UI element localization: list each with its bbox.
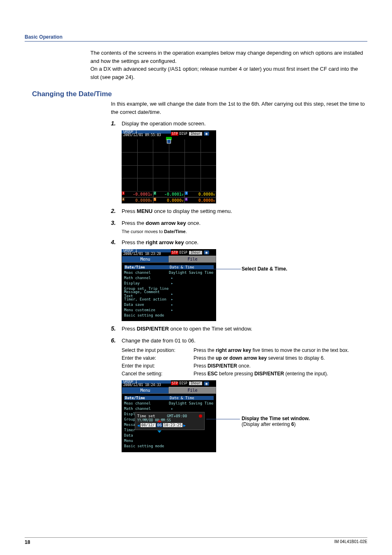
r1d2: five times to move the cursor in the tex… [251, 347, 349, 353]
m-dst[interactable]: Daylight Saving Time [169, 271, 214, 275]
date-pre: 08/12/ [141, 423, 156, 427]
r3-unit: V [213, 193, 215, 197]
m-message[interactable]: Message, Comment Text [124, 290, 169, 298]
step-5-num: 5. [111, 324, 122, 333]
day-field[interactable]: 06 [157, 423, 163, 427]
shot1-span: 1hour [189, 132, 202, 136]
inp-r3-label: Enter the input: [122, 362, 194, 370]
r6-val: 0.0000 [198, 198, 213, 203]
popup-title: Time set [137, 414, 155, 418]
m3-dst[interactable]: Daylight Saving Time [169, 401, 214, 405]
step-4: 4. Press the right arrow key once. [111, 238, 367, 247]
s3-npo: . [186, 229, 187, 234]
intro-p2: On a DX with advanced security (/AS1 opt… [90, 65, 367, 81]
s3-b: down arrow key [146, 220, 186, 226]
m3-data[interactable]: Data [124, 433, 169, 437]
shot3-datetime: 2008/12/01 10:24:33 [122, 384, 171, 387]
inp-r2-label: Enter the value: [122, 354, 194, 362]
r1b: right arrow key [216, 347, 251, 353]
callout-line [208, 269, 241, 269]
r4d1: Press [194, 371, 208, 377]
r1d1: Press the [194, 347, 216, 353]
s3-post: once. [186, 220, 201, 226]
m3-menu[interactable]: Menu [124, 439, 169, 443]
step-3-num: 3. [111, 219, 122, 227]
camera-icon: ◉ [204, 132, 209, 136]
r5-tag: 5 [154, 198, 156, 201]
tab-file[interactable]: File [169, 256, 216, 263]
m-data-save[interactable]: Data save [124, 303, 169, 307]
r4b2: DISP/ENTER [254, 371, 284, 377]
time-post: 10:23:25 [163, 423, 182, 427]
down-arrow-icлетsay= [157, 430, 161, 433]
section-lead: In this example, we will change the date… [111, 100, 367, 116]
up-arrow-icon[interactable] [157, 420, 161, 422]
chevron-right-icon: ▸ [171, 308, 173, 312]
intro-p1: The contents of the screens in the opera… [90, 49, 367, 65]
r4d2: before pressing [218, 371, 254, 377]
r6-tag: 6 [185, 198, 187, 201]
left-arrow-icon[interactable]: ◀ [137, 423, 140, 428]
camera-icon: ◉ [204, 250, 209, 254]
s4-post: once. [184, 239, 198, 245]
input-instruction-table: Select the input position:Press the righ… [122, 347, 367, 377]
m-date-and-time[interactable]: Date & Time [169, 265, 214, 269]
s5-pre: Press [122, 326, 137, 332]
r3d1: Press [194, 363, 208, 369]
m3-date-time[interactable]: Date/Time [124, 396, 169, 400]
r4-tag: 4 [122, 198, 125, 201]
s2-b: MENU [137, 208, 152, 214]
popup-format: YY/MM/DD HH:MM:SS [137, 419, 171, 422]
s3-nb: Date/Time [164, 229, 185, 234]
m-timer[interactable]: Timer, Event action [124, 297, 169, 301]
m-math[interactable]: Math channel [124, 276, 169, 280]
m3-meas[interactable]: Meas channel [124, 401, 169, 405]
r3-val: 0.0000 [198, 192, 213, 197]
step-6-num: 6. [111, 336, 122, 345]
step-4-num: 4. [111, 238, 122, 247]
inp-r1-label: Select the input position: [122, 347, 194, 354]
r2-unit: V [182, 193, 183, 197]
m3-date-and-time[interactable]: Date & Time [169, 396, 214, 400]
screenshot-2: GROUP 1 2008/12/01 10:23:20 STP DISP 1ho… [122, 249, 367, 321]
s3-np: The cursor moves to [122, 229, 164, 234]
r6-unit: V [213, 199, 215, 203]
step-2-text: Press MENU once to display the setting m… [122, 207, 367, 215]
shot1-datetime: 2005/12/01 09:55:03 [122, 134, 171, 137]
m3-basic[interactable]: Basic setting mode [124, 444, 169, 448]
step-6-text: Change the date from 01 to 06. [122, 337, 367, 345]
page-footer: 18 IM 04L41B01-02E [25, 537, 367, 545]
m-menu-cust[interactable]: Menu customize [124, 308, 169, 312]
tab-file[interactable]: File [169, 387, 216, 394]
m-date-time[interactable]: Date/Time [124, 265, 169, 269]
header-title: Basic Operation [25, 34, 62, 40]
r2b: up or down arrow key [216, 355, 267, 361]
r2d2: several times to display 6. [267, 355, 325, 361]
r2-val: -0.0001 [164, 192, 182, 197]
inp-r4-label: Cancel the setting: [122, 370, 194, 377]
screenshot-3: GROUP 1 2008/12/01 10:24:33 STP DISP 1ho… [122, 380, 367, 452]
shot3-badge: STP [171, 382, 178, 385]
m-display[interactable]: Display [124, 281, 169, 285]
recording-dot-icon [199, 414, 202, 418]
r4d3: (entering the input). [284, 371, 328, 377]
m3-math[interactable]: Math channel [124, 407, 169, 411]
tab-menu[interactable]: Menu [122, 256, 169, 263]
chevron-right-icon: ▸ [171, 407, 173, 411]
time-set-popup: Time setGMT+09:00 YY/MM/DD HH:MM:SS ◀ 08… [135, 412, 205, 430]
shot1-disp: DISP [179, 132, 187, 136]
r3-tag: 3 [185, 192, 187, 195]
s4-pre: Press the [122, 239, 146, 245]
right-arrow-icon[interactable]: ▶ [183, 423, 186, 428]
shot2-span: 1hour [189, 251, 202, 254]
c3a: Display the Time set window. [242, 416, 310, 421]
step-6: 6. Change the date from 01 to 06. Select… [111, 336, 367, 378]
s5-b: DISP/ENTER [137, 326, 169, 332]
r5-unit: V [182, 199, 183, 203]
m-meas[interactable]: Meas channel [124, 271, 169, 275]
popup-gmt: GMT+09:00 [167, 414, 187, 418]
m-basic[interactable]: Basic setting mode [124, 313, 169, 317]
step-5: 5. Press DISP/ENTER once to open the Tim… [111, 324, 367, 333]
r4b: ESC [208, 371, 218, 377]
tab-menu[interactable]: Menu [122, 387, 169, 394]
